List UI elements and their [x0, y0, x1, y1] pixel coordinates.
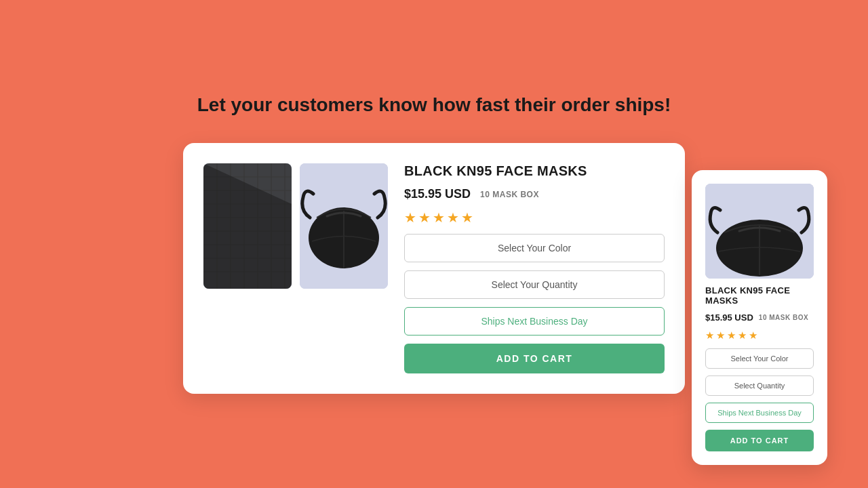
large-product-price: $15.95 USD: [404, 187, 471, 201]
large-box-label: 10 MASK BOX: [480, 190, 539, 199]
small-price-row: $15.95 USD 10 MASK BOX: [705, 312, 814, 323]
small-select-quantity-button[interactable]: Select Quantity: [705, 375, 814, 396]
small-select-color-button[interactable]: Select Your Color: [705, 348, 814, 369]
small-box-label: 10 MASK BOX: [759, 314, 808, 321]
small-product-image: [705, 184, 814, 279]
large-select-quantity-button[interactable]: Select Your Quantity: [404, 270, 665, 299]
large-product-title: BLACK KN95 FACE MASKS: [404, 163, 665, 179]
small-product-price: $15.95 USD: [705, 312, 753, 323]
small-star-rating: ★ ★ ★ ★ ★: [705, 329, 814, 342]
product-images: [203, 163, 388, 373]
large-product-info: BLACK KN95 FACE MASKS $15.95 USD 10 MASK…: [404, 163, 665, 373]
large-star-rating: ★ ★ ★ ★ ★: [404, 209, 665, 226]
small-product-card: BLACK KN95 FACE MASKS $15.95 USD 10 MASK…: [692, 170, 827, 465]
large-ships-button: Ships Next Business Day: [404, 307, 665, 336]
large-product-card: BLACK KN95 FACE MASKS $15.95 USD 10 MASK…: [183, 143, 685, 394]
product-image-1: [203, 163, 292, 289]
product-image-2: [300, 163, 388, 289]
small-product-title: BLACK KN95 FACE MASKS: [705, 285, 814, 306]
cards-wrapper: BLACK KN95 FACE MASKS $15.95 USD 10 MASK…: [183, 143, 685, 394]
small-ships-button: Ships Next Business Day: [705, 403, 814, 423]
page-headline: Let your customers know how fast their o…: [197, 94, 671, 116]
small-add-to-cart-button[interactable]: ADD TO CART: [705, 430, 814, 451]
large-add-to-cart-button[interactable]: ADD TO CART: [404, 344, 665, 373]
large-price-row: $15.95 USD 10 MASK BOX: [404, 187, 665, 201]
large-select-color-button[interactable]: Select Your Color: [404, 234, 665, 262]
